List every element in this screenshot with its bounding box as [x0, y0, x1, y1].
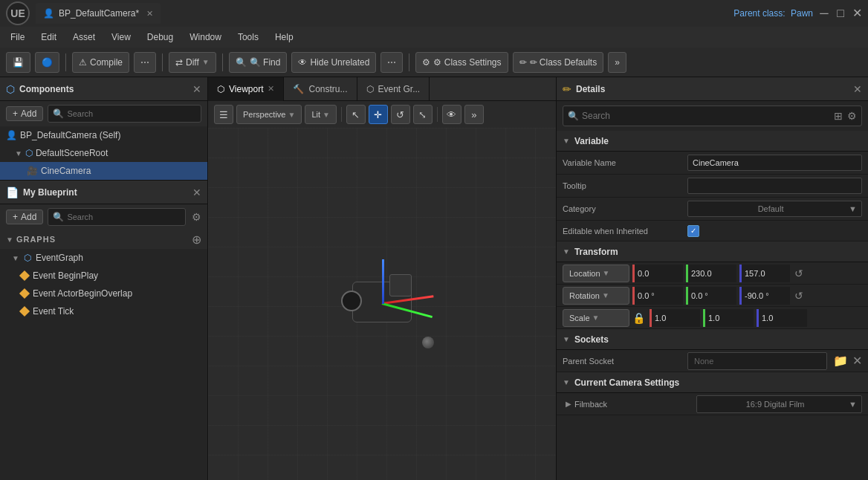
- rotation-z-input[interactable]: [739, 287, 790, 305]
- details-grid-icon[interactable]: ⊞: [834, 110, 843, 122]
- sockets-section-header[interactable]: ▼ Sockets: [557, 329, 868, 350]
- my-blueprint-toolbar: + Add 🔍 ⚙: [0, 204, 207, 230]
- menu-asset[interactable]: Asset: [65, 30, 103, 44]
- menu-edit[interactable]: Edit: [33, 30, 64, 44]
- details-search-icon: 🔍: [568, 111, 579, 121]
- socket-browse-icon[interactable]: 📁: [833, 354, 848, 368]
- more2-button[interactable]: ⋯: [380, 52, 403, 73]
- details-search-input[interactable]: [582, 111, 831, 121]
- menu-help[interactable]: Help: [268, 30, 301, 44]
- graphs-section-header[interactable]: ▼ GRAPHS ⊕: [0, 230, 207, 249]
- tab-viewport[interactable]: ⬡ Viewport ✕: [208, 77, 284, 101]
- event-graph-item[interactable]: ▼ ⬡ EventGraph: [0, 249, 207, 267]
- variable-name-input[interactable]: [687, 155, 862, 171]
- my-blueprint-settings-button[interactable]: ⚙: [192, 211, 201, 223]
- small-sphere: [422, 337, 434, 348]
- add-icon: +: [13, 108, 18, 119]
- details-settings-icon[interactable]: ⚙: [847, 110, 857, 122]
- scale-y-input[interactable]: [703, 309, 754, 327]
- components-add-button[interactable]: + Add: [6, 106, 43, 121]
- find-button[interactable]: 🔍 🔍 Find: [229, 52, 288, 73]
- location-x-input[interactable]: [632, 265, 683, 282]
- hide-unrelated-button[interactable]: 👁 Hide Unrelated: [291, 52, 376, 73]
- menu-tools[interactable]: Tools: [230, 30, 266, 44]
- tree-item-cinecamera[interactable]: 🎥 CineCamera: [0, 162, 207, 180]
- details-search-box[interactable]: 🔍 ⊞ ⚙: [563, 106, 862, 126]
- select-mode-button[interactable]: ↖: [346, 105, 366, 124]
- diff-button[interactable]: ⇄ Diff ▼: [169, 52, 216, 73]
- rotate-mode-button[interactable]: ↺: [391, 105, 410, 124]
- tab-construction[interactable]: 🔨 Constru...: [284, 77, 357, 101]
- tab-event-graph[interactable]: ⬡ Event Gr...: [357, 77, 430, 101]
- location-y-input[interactable]: [686, 265, 736, 282]
- my-blueprint-add-button[interactable]: + Add: [6, 210, 43, 224]
- category-dropdown[interactable]: Default ▼: [687, 201, 862, 217]
- tree-item-self[interactable]: 👤 BP_DefaultCamera (Self): [0, 126, 207, 144]
- my-blueprint-close[interactable]: ✕: [192, 187, 201, 198]
- menu-debug[interactable]: Debug: [140, 30, 181, 44]
- rotation-y-input[interactable]: [686, 287, 736, 305]
- maximize-button[interactable]: □: [835, 8, 846, 19]
- components-panel: ⬡ Components ✕ + Add 🔍 👤 BP_DefaultCamer…: [0, 77, 207, 181]
- scene-root-icon: ⬡: [25, 148, 33, 158]
- filmback-dropdown[interactable]: 16:9 Digital Film ▼: [696, 395, 862, 413]
- main-tab[interactable]: 👤 BP_DefaultCamera* ✕: [36, 3, 161, 24]
- variable-section-header[interactable]: ▼ Variable: [557, 131, 868, 152]
- viewport-content[interactable]: [208, 128, 556, 480]
- more-button[interactable]: ⋯: [134, 52, 156, 73]
- event-beginplay-item[interactable]: Event BeginPlay: [0, 267, 207, 285]
- components-panel-close[interactable]: ✕: [192, 83, 201, 95]
- transform-section-header[interactable]: ▼ Transform: [557, 241, 868, 262]
- compile-button[interactable]: ⚠ Compile: [72, 52, 129, 73]
- tab-close-button[interactable]: ✕: [146, 9, 153, 19]
- class-defaults-button[interactable]: ✏ ✏ Class Defaults: [513, 52, 604, 73]
- menu-window[interactable]: Window: [182, 30, 229, 44]
- translate-mode-button[interactable]: ✛: [369, 105, 388, 124]
- menu-view[interactable]: View: [104, 30, 138, 44]
- toolbar-overflow-button[interactable]: »: [608, 52, 626, 73]
- location-z-input[interactable]: [739, 265, 790, 282]
- vp-overflow-button[interactable]: »: [464, 105, 484, 124]
- rotation-x-input[interactable]: [632, 287, 683, 305]
- class-settings-button[interactable]: ⚙ ⚙ Class Settings: [415, 52, 508, 73]
- socket-clear-icon[interactable]: ✕: [852, 354, 862, 368]
- scale-x-input[interactable]: [650, 309, 700, 327]
- location-dropdown[interactable]: Location ▼: [563, 265, 629, 282]
- save-button[interactable]: 💾: [6, 52, 30, 73]
- scale-mode-button[interactable]: ⤡: [413, 105, 433, 124]
- my-blueprint-search-input[interactable]: [67, 213, 181, 221]
- rotation-reset-button[interactable]: ↺: [794, 290, 803, 302]
- scale-lock-button[interactable]: 🔒: [632, 312, 645, 324]
- my-blueprint-search-box[interactable]: 🔍: [48, 208, 186, 226]
- scale-dropdown[interactable]: Scale ▼: [563, 309, 629, 327]
- minimize-button[interactable]: ─: [819, 8, 829, 19]
- event-graph-expand-icon: ▼: [12, 254, 19, 262]
- lit-button[interactable]: Lit ▼: [305, 105, 337, 124]
- scale-z-input[interactable]: [757, 309, 807, 327]
- components-tree: 👤 BP_DefaultCamera (Self) ▼ ⬡ DefaultSce…: [0, 126, 207, 180]
- transform-section-title: Transform: [574, 247, 618, 257]
- event-graph-label: EventGraph: [36, 253, 83, 263]
- event-tick-item[interactable]: Event Tick: [0, 302, 207, 320]
- components-search-input[interactable]: [67, 109, 196, 118]
- perspective-button[interactable]: Perspective ▼: [236, 105, 302, 124]
- camera-options-button[interactable]: 👁: [442, 105, 461, 124]
- event-graph-icon: ⬡: [24, 253, 31, 263]
- menu-file[interactable]: File: [3, 30, 32, 44]
- location-reset-button[interactable]: ↺: [794, 267, 803, 279]
- rotation-dropdown[interactable]: Rotation ▼: [563, 287, 629, 305]
- viewport-menu-button[interactable]: ☰: [214, 105, 233, 124]
- components-search-box[interactable]: 🔍: [48, 105, 201, 123]
- event-actoroverlap-item[interactable]: Event ActorBeginOverlap: [0, 285, 207, 302]
- editable-checkbox[interactable]: ✓: [687, 225, 699, 237]
- filmback-row: ▶ Filmback 16:9 Digital Film ▼: [557, 393, 868, 415]
- blueprint-search-button[interactable]: 🔵: [35, 52, 59, 73]
- details-panel-close[interactable]: ✕: [853, 83, 862, 95]
- current-camera-section-header[interactable]: ▼ Current Camera Settings: [557, 372, 868, 393]
- scale-label: Scale: [569, 314, 590, 322]
- tooltip-input[interactable]: [687, 178, 862, 194]
- graphs-add-icon[interactable]: ⊕: [192, 233, 201, 247]
- tree-item-sceneroot[interactable]: ▼ ⬡ DefaultSceneRoot: [0, 144, 207, 162]
- close-button[interactable]: ✕: [852, 8, 862, 19]
- viewport-tab-close[interactable]: ✕: [268, 84, 274, 94]
